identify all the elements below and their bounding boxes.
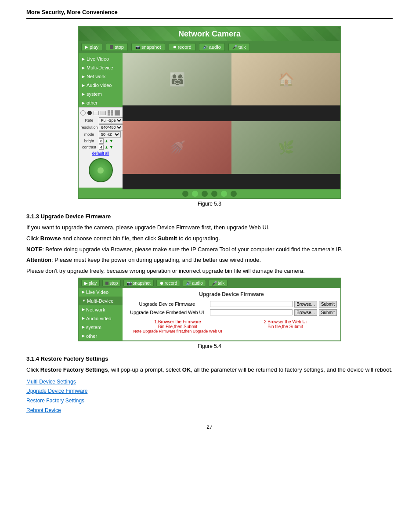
sidebar-live-video-2[interactable]: ▶ Live Video (79, 288, 123, 297)
figure-5-3-caption: Figure 5.3 (26, 201, 393, 207)
camera-ui-1: Network Camera ▶ play stop 📷 snapshot ⏺ … (78, 26, 341, 199)
note2-line1: 2.Browser the Web Ui (234, 319, 337, 324)
ptz-control[interactable] (89, 158, 113, 182)
arrow-icon-9: ▶ (82, 308, 85, 311)
cam-overlay-1: 👨‍👩‍👧 (123, 53, 231, 105)
upgrade-row-1: Upgrade Device Firmware Browse... Submit (126, 301, 337, 308)
bright-up[interactable]: ▲ (105, 139, 108, 143)
camera-toolbar-1: ▶ play stop 📷 snapshot ⏺ record 🔊 audio … (79, 41, 340, 53)
arrow-icon-1: ▶ (82, 57, 85, 61)
bottom-links: Multi-Device Settings Upgrade Device Fir… (26, 377, 393, 415)
cam-overlay-3: 🚿 (123, 121, 231, 174)
camera-toolbar-2: ▶ play stop 📷 snapshot ⏺ record 🔊 audio … (79, 279, 340, 288)
snapshot-button-2[interactable]: 📷 snapshot (123, 280, 154, 286)
sidebar-controls-1: Rate Full-Speed resolution 640*480 mode (79, 107, 123, 188)
ptz-dot (98, 167, 104, 174)
camera-ui-2: ▶ play stop 📷 snapshot ⏺ record 🔊 audio … (78, 278, 341, 341)
para2-prefix: Click (26, 235, 40, 242)
link-reboot-device[interactable]: Reboot Device (26, 406, 393, 416)
snapshot-button-1[interactable]: 📷 snapshot (131, 43, 165, 51)
bottom-btn-3[interactable] (202, 191, 208, 197)
bottom-btn-6[interactable] (231, 191, 237, 197)
sidebar-network-2[interactable]: ▶ Net work (79, 305, 123, 314)
control-rect-2 (101, 111, 106, 115)
section-313: 3.1.3 Upgrade Device Firmware If you wan… (26, 213, 393, 276)
submit-button-2[interactable]: Submit (319, 309, 337, 316)
upgrade-input-2[interactable] (210, 309, 293, 315)
control-grid-icon (108, 110, 113, 116)
attention-text: : Please must keep the power on during u… (51, 257, 261, 263)
sidebar-network-1[interactable]: ▶ Net work (79, 72, 123, 81)
audio-button-1[interactable]: 🔊 audio (199, 43, 225, 51)
note-right: 2.Browser the Web Ui Bin file,the Submit (234, 319, 337, 333)
talk-button-2[interactable]: 🎤 talk (209, 280, 228, 286)
bright-down[interactable]: ▼ (109, 139, 113, 143)
bright-control: bright 8 ▲ ▼ (80, 138, 121, 144)
section-313-para2: Click Browse and choose correct bin file… (26, 234, 393, 243)
sidebar-audio-video-1[interactable]: ▶ Audio video (79, 81, 123, 90)
arrow-icon-2: ▶ (82, 66, 85, 70)
link-restore-factory[interactable]: Restore Factory Settings (26, 396, 393, 406)
bottom-btn-1[interactable] (182, 191, 188, 197)
figure-5-4-container: ▶ play stop 📷 snapshot ⏺ record 🔊 audio … (26, 278, 393, 349)
header-title: More Security, More Convenience (26, 9, 118, 15)
stop-button-2[interactable]: stop (102, 280, 121, 286)
rate-select[interactable]: Full-Speed (99, 117, 123, 123)
record-button-2[interactable]: ⏺ record (156, 280, 180, 286)
page-header: More Security, More Convenience (26, 9, 393, 19)
sidebar-multi-device-2[interactable]: ▼ Multi-Device (79, 297, 123, 305)
bottom-btn-5[interactable] (221, 191, 227, 197)
bottom-btn-2[interactable] (192, 191, 198, 197)
bright-value: 8 (99, 138, 104, 144)
talk-button-1[interactable]: 🎤 talk (228, 43, 250, 51)
play-button-2[interactable]: ▶ play (81, 280, 100, 286)
upgrade-title: Upgrade Device Firmware (126, 291, 337, 297)
link-multi-device[interactable]: Multi-Device Settings (26, 377, 393, 387)
sidebar-live-video-1[interactable]: ▶ Live Video (79, 54, 123, 63)
camera-header-1: Network Camera (79, 27, 340, 41)
camera-body-1: ▶ Live Video ▶ Multi-Device ▶ Net work ▶… (79, 53, 340, 189)
arrow-icon-3: ▶ (82, 75, 85, 79)
link-upgrade-firmware[interactable]: Upgrade Device Firmware (26, 387, 393, 396)
note-left: 1.Browser the Firmware Bin File,then Sub… (126, 319, 229, 333)
resolution-control: resolution 640*480 (80, 124, 121, 130)
play-button-1[interactable]: ▶ play (81, 43, 102, 51)
browse-button-2[interactable]: Browse... (294, 309, 317, 316)
resolution-select[interactable]: 640*480 (99, 124, 123, 130)
sidebar-other-1[interactable]: ▶ other (79, 98, 123, 107)
section-313-note: NOTE: Before doing upgrade via Browser, … (26, 245, 393, 254)
browse-button-1[interactable]: Browse... (294, 301, 317, 308)
note-label: NOTE (26, 246, 42, 253)
sidebar-other-2[interactable]: ▶ other (79, 332, 123, 340)
stop-button-1[interactable]: stop (106, 43, 128, 51)
para2-mid: and choose correct bin file, then click (61, 235, 158, 242)
control-radio-1[interactable] (80, 110, 86, 116)
para2-browse: Browse (40, 235, 61, 242)
submit-button-1[interactable]: Submit (319, 301, 337, 308)
para-mid: , will pop-up a prompt, select (108, 366, 182, 373)
cam-cell-4: 🌿 (231, 121, 340, 174)
sidebar-audio-video-2[interactable]: ▶ Audio video (79, 314, 123, 323)
contrast-down[interactable]: ▼ (109, 145, 113, 149)
bottom-btn-4[interactable] (211, 191, 217, 197)
section-314-heading: 3.1.4 Restore Factory Settings (26, 355, 393, 362)
rate-control: Rate Full-Speed (80, 117, 121, 123)
camera-sidebar-1: ▶ Live Video ▶ Multi-Device ▶ Net work ▶… (79, 53, 123, 189)
audio-button-2[interactable]: 🔊 audio (183, 280, 206, 286)
record-button-1[interactable]: ⏺ record (169, 43, 195, 51)
cam-overlay-4: 🌿 (231, 121, 340, 174)
para-prefix: Click (26, 366, 40, 373)
upgrade-label-2: Upgrade Device Embeded Web UI (126, 310, 208, 315)
restore-bold: Restore Factory Settings (40, 366, 108, 373)
mode-select[interactable]: 50 HZ (99, 131, 121, 138)
note-text: : Before doing upgrade via Browser, plea… (42, 246, 342, 253)
sidebar-system-1[interactable]: ▶ system (79, 90, 123, 98)
arrow-icon-12: ▶ (82, 334, 85, 338)
default-all-button[interactable]: default all (92, 151, 109, 156)
upgrade-input-1[interactable] (210, 301, 293, 307)
contrast-up[interactable]: ▲ (105, 145, 108, 149)
mode-control: mode 50 HZ (80, 131, 121, 138)
sidebar-system-2[interactable]: ▶ system (79, 323, 123, 332)
sidebar-multi-device-1[interactable]: ▶ Multi-Device (79, 63, 123, 72)
control-dot-1 (87, 111, 92, 115)
